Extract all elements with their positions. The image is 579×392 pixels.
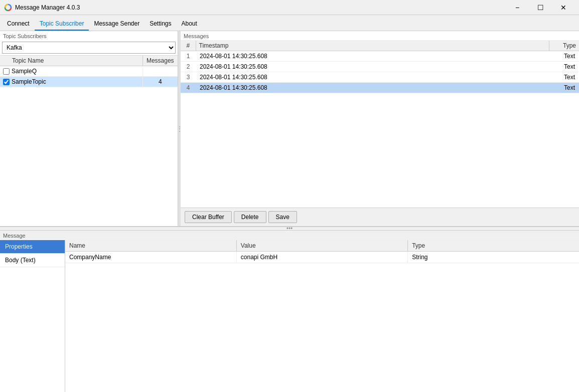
menu-bar: Connect Topic Subscriber Message Sender … — [0, 15, 579, 31]
message-tabs: Properties Body (Text) — [0, 240, 65, 392]
message-row[interactable]: 2 2024-08-01 14:30:25.608 Text — [181, 62, 579, 72]
topic-sampleq-messages — [142, 66, 178, 77]
col-messages: Messages — [142, 56, 178, 66]
msg-num: 1 — [181, 51, 196, 62]
messages-toolbar: Clear Buffer Delete Save — [181, 208, 579, 226]
messages-table: # Timestamp Type 1 2024-08-01 14:30:25.6… — [181, 41, 579, 208]
prop-value: conapi GmbH — [236, 252, 407, 263]
close-button[interactable]: ✕ — [552, 0, 575, 15]
msg-type: Text — [549, 51, 579, 62]
bottom-pane: Message Properties Body (Text) Name Valu… — [0, 231, 579, 392]
msg-type: Text — [549, 72, 579, 83]
topic-row-sampleq[interactable]: SampleQ — [0, 66, 178, 77]
messages-title: Messages — [181, 31, 579, 41]
prop-type: String — [408, 252, 579, 263]
right-panel: Messages # Timestamp Type 1 2024-08-01 1… — [181, 31, 579, 226]
properties-panel: Name Value Type CompanyName conapi GmbH … — [65, 240, 579, 392]
topic-sampletopic-messages: 4 — [142, 77, 178, 87]
sampleq-checkbox[interactable] — [3, 68, 10, 75]
topic-sampletopic-name: SampleTopic — [0, 77, 142, 87]
menu-about[interactable]: About — [177, 18, 202, 31]
menu-message-sender[interactable]: Message Sender — [89, 18, 144, 31]
col-num: # — [181, 41, 196, 51]
col-prop-value: Value — [236, 240, 407, 252]
col-prop-name: Name — [65, 240, 236, 252]
topic-table: Topic Name Messages SampleQ — [0, 56, 178, 226]
title-bar: Message Manager 4.0.3 − ☐ ✕ — [0, 0, 579, 15]
kafka-dropdown-row: Kafka — [0, 40, 178, 56]
sampletopic-checkbox[interactable] — [3, 79, 10, 85]
property-row: CompanyName conapi GmbH String — [65, 252, 579, 263]
maximize-button[interactable]: ☐ — [529, 0, 552, 15]
delete-button[interactable]: Delete — [234, 211, 266, 223]
main-content: Topic Subscribers Kafka Topic Name Messa… — [0, 31, 579, 392]
col-type: Type — [549, 41, 579, 51]
col-topic-name: Topic Name — [0, 56, 142, 66]
tab-properties[interactable]: Properties — [0, 240, 65, 254]
msg-timestamp: 2024-08-01 14:30:25.608 — [196, 51, 549, 62]
minimize-button[interactable]: − — [506, 0, 529, 15]
msg-num: 4 — [181, 83, 196, 93]
message-row[interactable]: 4 2024-08-01 14:30:25.608 Text — [181, 83, 579, 93]
msg-timestamp: 2024-08-01 14:30:25.608 — [196, 83, 549, 93]
col-prop-type: Type — [408, 240, 579, 252]
msg-timestamp: 2024-08-01 14:30:25.608 — [196, 62, 549, 72]
topic-row-sampletopic[interactable]: SampleTopic 4 — [0, 77, 178, 87]
msg-type: Text — [549, 62, 579, 72]
menu-settings[interactable]: Settings — [144, 18, 176, 31]
save-button[interactable]: Save — [268, 211, 297, 223]
menu-topic-subscriber[interactable]: Topic Subscriber — [35, 18, 89, 31]
msg-num: 2 — [181, 62, 196, 72]
app-title: Message Manager 4.0.3 — [15, 4, 80, 11]
message-row[interactable]: 3 2024-08-01 14:30:25.608 Text — [181, 72, 579, 83]
message-content: Properties Body (Text) Name Value Type C… — [0, 240, 579, 392]
message-row[interactable]: 1 2024-08-01 14:30:25.608 Text — [181, 51, 579, 62]
left-panel: Topic Subscribers Kafka Topic Name Messa… — [0, 31, 178, 226]
topic-subscribers-title: Topic Subscribers — [0, 31, 178, 40]
clear-buffer-button[interactable]: Clear Buffer — [185, 211, 232, 223]
horizontal-resize-handle[interactable]: ••• — [0, 227, 579, 231]
app-logo-icon — [4, 4, 12, 12]
col-timestamp: Timestamp — [196, 41, 549, 51]
msg-timestamp: 2024-08-01 14:30:25.608 — [196, 72, 549, 83]
window-controls: − ☐ ✕ — [506, 0, 575, 15]
prop-name: CompanyName — [65, 252, 236, 263]
msg-num: 3 — [181, 72, 196, 83]
top-pane: Topic Subscribers Kafka Topic Name Messa… — [0, 31, 579, 227]
topic-sampleq-name: SampleQ — [0, 66, 142, 77]
tab-body-text[interactable]: Body (Text) — [0, 254, 65, 267]
menu-connect[interactable]: Connect — [2, 18, 35, 31]
message-section-title: Message — [0, 231, 579, 240]
kafka-dropdown[interactable]: Kafka — [2, 42, 176, 54]
msg-type: Text — [549, 83, 579, 93]
